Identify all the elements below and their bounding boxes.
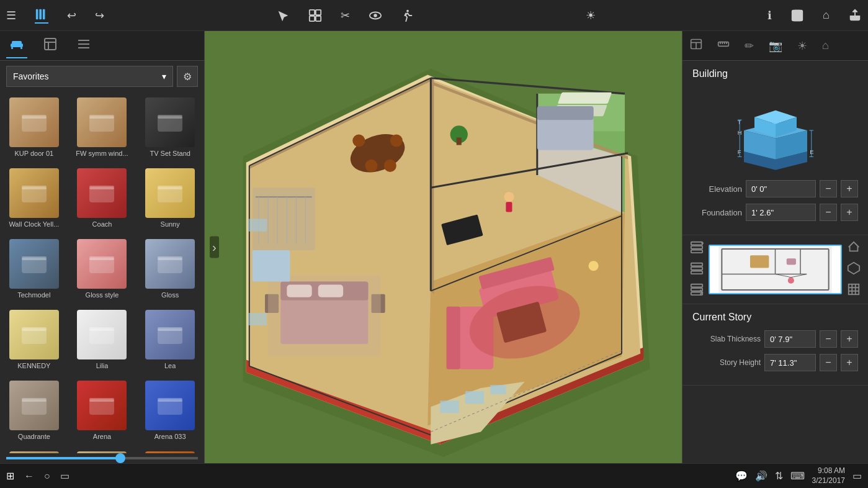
favorites-dropdown[interactable]: Favorites ▾ xyxy=(6,66,173,87)
size-slider[interactable] xyxy=(6,457,198,459)
svg-rect-169 xyxy=(849,284,859,295)
share-icon[interactable] xyxy=(848,9,862,22)
list-item[interactable]: Wall Clock Yell... xyxy=(0,163,68,233)
library-icon[interactable] xyxy=(35,7,48,24)
foundation-label: Foundation xyxy=(692,208,742,217)
list-item[interactable]: Quadrante xyxy=(0,375,68,446)
list-item[interactable]: Techmodel xyxy=(0,233,68,304)
item-label: Gloss xyxy=(161,291,179,299)
list-item[interactable]: FW symm wind... xyxy=(68,92,136,163)
svg-rect-50 xyxy=(158,398,182,402)
scissors-icon[interactable]: ✂ xyxy=(341,9,350,22)
elevation-minus-btn[interactable]: − xyxy=(820,180,837,197)
svg-rect-152 xyxy=(691,250,702,253)
volume-taskbar-icon[interactable]: 🔊 xyxy=(755,470,767,482)
svg-rect-102 xyxy=(537,106,594,120)
list-item[interactable]: Gloss xyxy=(136,233,204,304)
list-item[interactable] xyxy=(68,446,136,453)
story-height-minus-btn[interactable]: − xyxy=(820,354,837,371)
elevation-plus-btn[interactable]: + xyxy=(841,180,858,197)
foundation-value[interactable]: 1' 2.6" xyxy=(746,204,816,221)
story-height-value[interactable]: 7' 11.3" xyxy=(764,354,816,371)
panel-tabs xyxy=(0,31,204,61)
center-canvas[interactable]: › xyxy=(205,31,682,463)
story-down-icon[interactable] xyxy=(690,282,704,299)
clock-date: 3/21/2017 xyxy=(812,476,845,486)
item-thumbnail xyxy=(145,381,195,430)
save-icon[interactable] xyxy=(790,9,804,22)
network-taskbar-icon[interactable]: ⇅ xyxy=(775,470,783,482)
svg-rect-11 xyxy=(795,10,800,14)
list-item[interactable]: Arena 033 xyxy=(136,375,204,446)
notification-taskbar-icon[interactable]: 💬 xyxy=(735,470,748,482)
pen-rpanel-tab[interactable]: ✏ xyxy=(742,37,756,55)
view-2d-icon[interactable] xyxy=(847,240,861,256)
item-thumbnail xyxy=(9,239,59,289)
list-item[interactable]: Gloss style xyxy=(68,233,136,304)
svg-rect-155 xyxy=(691,267,702,270)
item-label: Sunny xyxy=(161,220,180,228)
tablet-taskbar-icon[interactable]: ▭ xyxy=(852,470,862,482)
info-icon[interactable]: ℹ xyxy=(767,9,772,22)
list-item[interactable] xyxy=(0,446,68,453)
view-ortho-icon[interactable] xyxy=(847,282,861,299)
story-map-preview[interactable] xyxy=(709,245,842,294)
menu-icon[interactable]: ☰ xyxy=(6,9,16,22)
add-story-icon[interactable] xyxy=(690,240,704,256)
list-item[interactable]: Lilia xyxy=(68,304,136,375)
furniture-tab[interactable] xyxy=(6,33,27,58)
svg-rect-156 xyxy=(691,271,702,274)
list-item[interactable]: Coach xyxy=(68,163,136,233)
slab-value[interactable]: 0' 7.9" xyxy=(764,330,816,348)
item-thumbnail xyxy=(9,168,59,218)
expand-panel-button[interactable]: › xyxy=(210,237,219,258)
item-thumbnail xyxy=(77,239,127,289)
list-item[interactable]: KUP door 01 xyxy=(0,92,68,163)
svg-rect-12 xyxy=(794,16,801,20)
back-button[interactable]: ← xyxy=(24,471,34,482)
elevation-value[interactable]: 0' 0" xyxy=(746,180,816,197)
foundation-minus-btn[interactable]: − xyxy=(820,204,837,221)
list-tab[interactable] xyxy=(73,34,94,58)
slab-plus-btn[interactable]: + xyxy=(841,330,858,348)
sun-rpanel-tab[interactable]: ☀ xyxy=(795,37,810,55)
list-item[interactable]: Arena xyxy=(68,375,136,446)
home-icon[interactable]: ⌂ xyxy=(823,9,830,22)
walls-rpanel-tab[interactable] xyxy=(687,35,705,56)
group-icon[interactable] xyxy=(308,9,322,22)
svg-rect-32 xyxy=(158,186,182,189)
svg-rect-150 xyxy=(691,242,702,245)
svg-rect-38 xyxy=(158,256,182,260)
list-item[interactable] xyxy=(136,446,204,453)
svg-point-115 xyxy=(504,192,514,202)
sun-top-icon[interactable]: ☀ xyxy=(586,9,596,22)
redo-icon[interactable]: ↪ xyxy=(95,9,104,22)
multitask-button[interactable]: ▭ xyxy=(60,470,69,482)
keyboard-taskbar-icon[interactable]: ⌨ xyxy=(790,470,805,482)
foundation-plus-btn[interactable]: + xyxy=(841,204,858,221)
svg-rect-48 xyxy=(89,398,114,402)
story-up-icon[interactable] xyxy=(690,261,704,278)
slab-minus-btn[interactable]: − xyxy=(820,330,837,348)
list-item[interactable]: KENNEDY xyxy=(0,304,68,375)
elevation-label: Elevation xyxy=(692,184,742,194)
eye-icon[interactable] xyxy=(369,9,382,22)
list-item[interactable]: TV Set Stand xyxy=(136,92,204,163)
home-rpanel-tab[interactable]: ⌂ xyxy=(820,37,831,55)
settings-button[interactable]: ⚙ xyxy=(177,66,198,87)
windows-start-button[interactable]: ⊞ xyxy=(6,470,14,482)
home-button[interactable]: ○ xyxy=(44,471,50,482)
undo-icon[interactable]: ↩ xyxy=(67,9,76,22)
cursor-icon[interactable] xyxy=(276,9,290,22)
svg-rect-16 xyxy=(20,47,22,49)
story-height-row: Story Height 7' 11.3" − + xyxy=(692,354,858,371)
view-3d-icon[interactable] xyxy=(847,261,861,278)
list-item[interactable]: Sunny xyxy=(136,163,204,233)
walk-icon[interactable] xyxy=(401,9,414,22)
measure-rpanel-tab[interactable] xyxy=(715,35,732,56)
svg-point-9 xyxy=(406,9,409,12)
list-item[interactable]: Lea xyxy=(136,304,204,375)
decor-tab[interactable] xyxy=(40,34,61,58)
camera-rpanel-tab[interactable]: 📷 xyxy=(766,37,785,55)
story-height-plus-btn[interactable]: + xyxy=(841,354,858,371)
